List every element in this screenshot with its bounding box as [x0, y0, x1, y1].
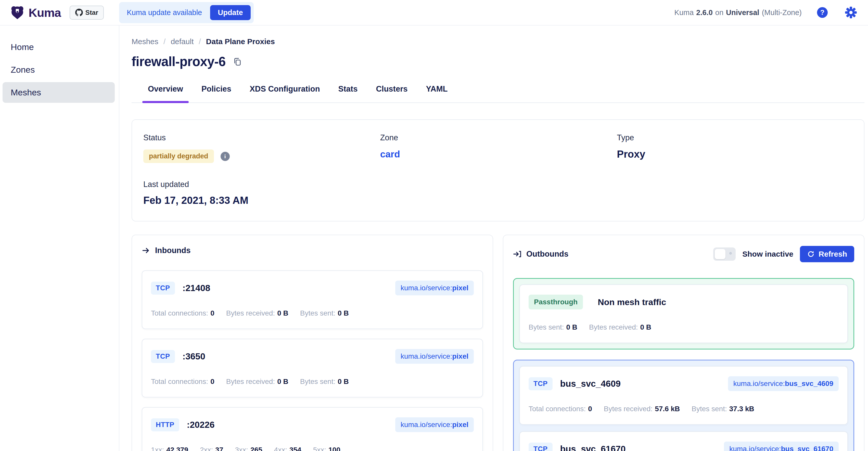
sidebar-item-meshes[interactable]: Meshes — [3, 82, 115, 103]
kuma-bear-icon — [10, 5, 25, 20]
tab-clusters[interactable]: Clusters — [370, 84, 413, 102]
stat-value: 265 — [250, 446, 262, 451]
info-icon[interactable]: i — [221, 152, 230, 161]
stat-label: Bytes sent: — [529, 323, 564, 331]
main-content: Meshes / default / Data Plane Proxies fi… — [119, 26, 868, 451]
stat-label: Bytes received: — [226, 309, 275, 317]
service-tag-value: pixel — [452, 352, 468, 360]
inbounds-title: Inbounds — [155, 246, 190, 255]
service-tag-value: bus_svc_61670 — [781, 445, 833, 451]
breadcrumb-default[interactable]: default — [170, 37, 193, 46]
service-tag-prefix: kuma.io/service: — [733, 380, 785, 388]
inbounds-panel: Inbounds TCP:21408kuma.io/service:pixelT… — [131, 235, 493, 451]
kuma-logo[interactable]: Kuma — [10, 5, 61, 20]
breadcrumb-meshes[interactable]: Meshes — [131, 37, 158, 46]
stat-label: Bytes received: — [226, 378, 275, 386]
stat-label: Total connections: — [151, 309, 208, 317]
outbound-card[interactable]: TCPbus_svc_4609kuma.io/service:bus_svc_4… — [520, 366, 848, 425]
tab-policies[interactable]: Policies — [196, 84, 237, 102]
service-tag[interactable]: kuma.io/service:bus_svc_61670 — [724, 442, 839, 451]
stat-label: 3xx: — [235, 446, 248, 451]
github-star-button[interactable]: Star — [70, 6, 104, 20]
update-button[interactable]: Update — [210, 5, 250, 20]
inbound-stats: Total connections:0Bytes received:0 BByt… — [151, 378, 474, 386]
service-tag[interactable]: kuma.io/service:pixel — [395, 280, 474, 295]
sidebar-item-home[interactable]: Home — [3, 37, 115, 57]
stat-label: Total connections: — [529, 405, 586, 413]
inbound-card[interactable]: TCP:21408kuma.io/service:pixelTotal conn… — [142, 270, 483, 329]
tab-bar: OverviewPoliciesXDS ConfigurationStatsCl… — [131, 84, 864, 103]
logo-wordmark: Kuma — [29, 6, 61, 20]
show-inactive-toggle[interactable] — [713, 247, 736, 261]
inbound-name: :21408 — [183, 283, 210, 293]
passthrough-card[interactable]: Passthrough Non mesh traffic Bytes sent:… — [520, 284, 848, 343]
stat-value: 37 — [215, 446, 223, 451]
version-zone: (Multi-Zone) — [762, 8, 802, 17]
inbound-card[interactable]: HTTP:20226kuma.io/service:pixel1xx:42,37… — [142, 407, 483, 451]
sidebar: Home Zones Meshes — [0, 26, 119, 451]
stat-label: 2xx: — [200, 446, 213, 451]
service-tag-prefix: kuma.io/service: — [401, 421, 452, 428]
stat-label: Bytes sent: — [691, 405, 727, 413]
tab-overview[interactable]: Overview — [142, 84, 189, 102]
settings-gear-icon[interactable] — [845, 7, 857, 18]
version-mode: Universal — [726, 8, 760, 17]
stat-label: Bytes sent: — [300, 309, 336, 317]
refresh-button[interactable]: Refresh — [800, 246, 854, 262]
breadcrumb: Meshes / default / Data Plane Proxies — [131, 37, 864, 46]
summary-card: Status partially degraded i Zone card Ty… — [131, 119, 864, 221]
stat-value: 0 B — [640, 323, 652, 331]
copy-icon[interactable] — [233, 57, 242, 66]
stat-label: Total connections: — [151, 378, 208, 386]
toggle-knob — [715, 249, 725, 259]
tab-xds-configuration[interactable]: XDS Configuration — [244, 84, 326, 102]
last-updated-label: Last updated — [143, 180, 380, 189]
sidebar-item-zones[interactable]: Zones — [3, 59, 115, 80]
passthrough-badge: Passthrough — [529, 295, 583, 309]
zone-link[interactable]: card — [380, 149, 617, 160]
github-octocat-icon — [75, 9, 83, 16]
help-icon[interactable]: ? — [817, 7, 828, 18]
service-tag-value: pixel — [452, 284, 468, 292]
passthrough-group: Passthrough Non mesh traffic Bytes sent:… — [513, 278, 854, 350]
protocol-badge: TCP — [529, 443, 553, 451]
inbound-arrow-icon — [142, 246, 150, 255]
service-tag[interactable]: kuma.io/service:pixel — [395, 417, 474, 432]
outbounds-title: Outbounds — [526, 249, 568, 259]
protocol-badge: HTTP — [151, 418, 179, 431]
stat-label: Bytes received: — [589, 323, 638, 331]
refresh-label: Refresh — [818, 250, 847, 259]
star-label: Star — [86, 9, 98, 17]
breadcrumb-current: Data Plane Proxies — [206, 37, 275, 46]
page-title: firewall-proxy-6 — [131, 54, 226, 69]
inbound-stats: Total connections:0Bytes received:0 BByt… — [151, 309, 474, 317]
version-conn: on — [715, 8, 723, 17]
inbound-card[interactable]: TCP:3650kuma.io/service:pixelTotal conne… — [142, 339, 483, 397]
outbound-name: bus_svc_61670 — [560, 444, 626, 451]
version-prefix: Kuma — [675, 8, 694, 17]
version-number: 2.6.0 — [696, 8, 713, 17]
service-tag-value: bus_svc_4609 — [785, 380, 833, 388]
top-bar: Kuma Star Kuma update available Update K… — [0, 0, 868, 26]
status-field: Status partially degraded i — [143, 133, 380, 163]
tab-yaml[interactable]: YAML — [420, 84, 453, 102]
stat-value: 0 B — [277, 378, 288, 386]
stat-label: Bytes received: — [604, 405, 653, 413]
outbound-card[interactable]: TCPbus_svc_61670kuma.io/service:bus_svc_… — [520, 431, 848, 451]
inbound-stats: 1xx:42,3792xx:373xx:2654xx:3545xx:100 — [151, 446, 474, 451]
update-available-link[interactable]: Kuma update available — [127, 8, 202, 17]
protocol-badge: TCP — [151, 281, 175, 295]
tab-stats[interactable]: Stats — [333, 84, 363, 102]
outbound-stats: Total connections:0Bytes received:57.6 k… — [529, 405, 839, 413]
stat-value: 42,379 — [166, 446, 188, 451]
stat-label: 4xx: — [274, 446, 287, 451]
last-updated-value: Feb 17, 2021, 8:33 AM — [143, 194, 380, 206]
service-tag[interactable]: kuma.io/service:pixel — [395, 349, 474, 364]
service-tag-value: pixel — [452, 421, 468, 428]
protocol-badge: TCP — [529, 377, 553, 390]
outbounds-panel: Outbounds Show inactive R — [503, 235, 864, 451]
service-tag[interactable]: kuma.io/service:bus_svc_4609 — [728, 376, 839, 391]
stat-value: 100 — [329, 446, 340, 451]
version-info: Kuma 2.6.0 on Universal (Multi-Zone) — [675, 8, 802, 17]
refresh-icon — [807, 250, 815, 258]
